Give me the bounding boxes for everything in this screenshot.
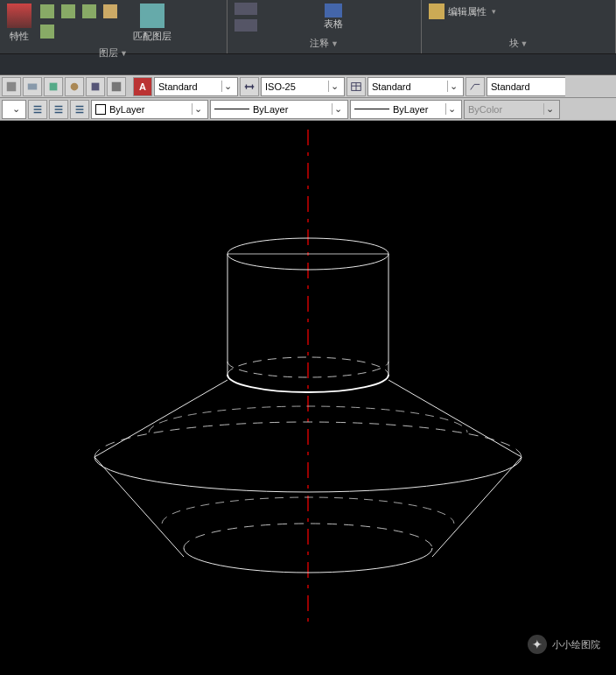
anno-tool-1[interactable] bbox=[233, 2, 259, 17]
layer-tool-4[interactable] bbox=[102, 4, 119, 20]
svg-rect-2 bbox=[50, 82, 58, 90]
layer-tool-5[interactable] bbox=[38, 24, 56, 40]
table-style-dropdown[interactable]: Standard⌄ bbox=[368, 77, 464, 96]
layer-icon-3 bbox=[82, 4, 96, 18]
dim-style-value: ISO-25 bbox=[265, 81, 325, 92]
dropdown-icon: ▼ bbox=[120, 49, 128, 58]
chevron-down-icon: ⌄ bbox=[221, 81, 234, 92]
layer-tool-3[interactable] bbox=[80, 4, 98, 20]
cad-drawing bbox=[0, 121, 616, 675]
table-label: 表格 bbox=[324, 18, 343, 31]
text-style-value: Standard bbox=[158, 81, 218, 92]
chevron-down-icon: ⌄ bbox=[328, 81, 340, 92]
dim-style-dropdown[interactable]: ISO-25⌄ bbox=[261, 77, 345, 96]
anno-tool-2[interactable] bbox=[233, 18, 259, 33]
watermark-text: 小小绘图院 bbox=[552, 638, 600, 651]
text-icon bbox=[234, 3, 257, 15]
dim-icon bbox=[234, 19, 257, 32]
drawing-canvas[interactable]: ✦ 小小绘图院 bbox=[0, 121, 616, 675]
chevron-down-icon: ⌄ bbox=[192, 103, 204, 115]
match-layer-button[interactable]: 匹配图层 bbox=[131, 2, 173, 45]
linetype-value: ByLayer bbox=[253, 104, 328, 115]
svg-rect-1 bbox=[28, 83, 38, 89]
table-style-icon[interactable] bbox=[346, 77, 366, 96]
dropdown-icon: ▼ bbox=[331, 39, 339, 48]
plotstyle-dropdown[interactable]: ByColor⌄ bbox=[464, 100, 560, 119]
properties-toolbar: ⌄ ByLayer⌄ ByLayer⌄ ByLayer⌄ ByColor⌄ bbox=[0, 98, 616, 121]
lineweight-value: ByLayer bbox=[393, 104, 442, 115]
svg-rect-4 bbox=[92, 82, 100, 90]
ribbon: 特性 匹配图层 图层▼ 表格 bbox=[0, 0, 616, 54]
mleader-style-dropdown[interactable]: Standard bbox=[486, 77, 565, 96]
layer-state-icon-2[interactable] bbox=[49, 100, 68, 119]
svg-line-15 bbox=[432, 457, 522, 557]
text-style-dropdown[interactable]: Standard⌄ bbox=[154, 77, 238, 96]
layer-icon-5 bbox=[40, 25, 54, 39]
svg-rect-5 bbox=[112, 81, 122, 91]
ribbon-panel-block: 编辑属性 ▾ 块▼ bbox=[422, 0, 616, 53]
unknown-dropdown[interactable]: ⌄ bbox=[2, 100, 26, 119]
layer-icon-1 bbox=[40, 4, 54, 18]
match-layer-label: 匹配图层 bbox=[133, 30, 172, 43]
panel-title-block[interactable]: 块▼ bbox=[427, 35, 610, 52]
chevron-down-icon: ⌄ bbox=[543, 103, 556, 115]
layer-tool-2[interactable] bbox=[60, 4, 77, 20]
properties-icon bbox=[7, 4, 32, 28]
linetype-dropdown[interactable]: ByLayer⌄ bbox=[210, 100, 348, 119]
text-style-icon[interactable]: A bbox=[133, 77, 152, 96]
panel-title-annotation[interactable]: 注释▼ bbox=[233, 35, 416, 52]
dim-style-icon[interactable] bbox=[240, 77, 259, 96]
lineweight-dropdown[interactable]: ByLayer⌄ bbox=[350, 100, 462, 119]
layer-state-icon-1[interactable] bbox=[28, 100, 47, 119]
edit-attr-label: 编辑属性 bbox=[448, 5, 486, 18]
mleader-style-icon[interactable] bbox=[466, 77, 485, 96]
layer-icon-2 bbox=[61, 4, 75, 18]
svg-rect-0 bbox=[7, 81, 17, 91]
plotstyle-value: ByColor bbox=[468, 104, 540, 115]
svg-line-12 bbox=[94, 380, 228, 457]
layer-icon-4 bbox=[103, 4, 117, 18]
lineweight-preview bbox=[354, 109, 389, 109]
panel-title-layers[interactable]: 图层▼ bbox=[5, 45, 221, 61]
edit-attr-button[interactable]: 编辑属性 ▾ bbox=[427, 2, 498, 21]
chevron-down-icon: ⌄ bbox=[332, 103, 344, 115]
table-style-value: Standard bbox=[372, 81, 444, 92]
svg-point-3 bbox=[71, 82, 79, 90]
tool-icon-4[interactable] bbox=[65, 77, 84, 96]
layer-dropdown[interactable]: ByLayer⌄ bbox=[91, 100, 208, 119]
dropdown-icon: ▼ bbox=[521, 39, 528, 48]
chevron-down-icon: ⌄ bbox=[10, 103, 22, 115]
properties-label: 特性 bbox=[10, 30, 29, 43]
tool-icon-3[interactable] bbox=[44, 77, 63, 96]
watermark: ✦ 小小绘图院 bbox=[528, 635, 600, 654]
linetype-preview bbox=[214, 109, 249, 109]
layer-state-icon-3[interactable] bbox=[70, 100, 89, 119]
table-button[interactable]: 表格 bbox=[322, 2, 345, 32]
tool-icon-2[interactable] bbox=[23, 77, 42, 96]
properties-button[interactable]: 特性 bbox=[5, 2, 33, 45]
svg-line-13 bbox=[388, 380, 522, 457]
mleader-style-value: Standard bbox=[491, 81, 562, 92]
layer-tool-1[interactable] bbox=[38, 4, 56, 20]
layer-value: ByLayer bbox=[109, 104, 188, 115]
dropdown-icon: ▾ bbox=[492, 7, 496, 16]
layer-color-swatch bbox=[95, 104, 106, 115]
styles-toolbar: A Standard⌄ ISO-25⌄ Standard⌄ Standard bbox=[0, 75, 616, 98]
tool-icon-6[interactable] bbox=[107, 77, 126, 96]
tool-icon-1[interactable] bbox=[2, 77, 21, 96]
match-layer-icon bbox=[140, 4, 164, 28]
tool-icon-5[interactable] bbox=[86, 77, 105, 96]
chevron-down-icon: ⌄ bbox=[447, 81, 459, 92]
ribbon-panel-annotation: 表格 注释▼ bbox=[228, 0, 422, 53]
svg-line-14 bbox=[94, 457, 184, 557]
table-icon bbox=[325, 4, 342, 18]
ribbon-panel-layers: 特性 匹配图层 图层▼ bbox=[0, 0, 228, 53]
edit-attr-icon bbox=[429, 4, 444, 19]
chevron-down-icon: ⌄ bbox=[445, 103, 458, 115]
wechat-icon: ✦ bbox=[528, 635, 547, 654]
